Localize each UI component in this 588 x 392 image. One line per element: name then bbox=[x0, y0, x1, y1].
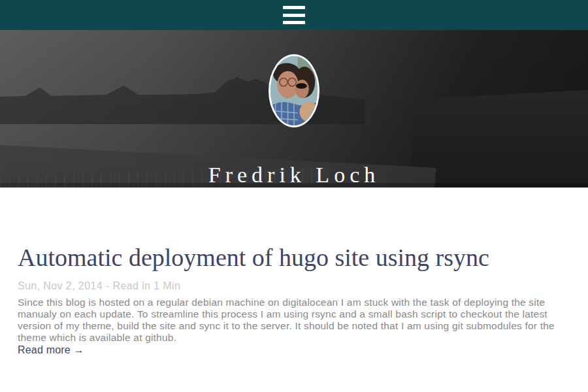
hamburger-bar bbox=[283, 21, 305, 24]
post-title: Automatic deployment of hugo site using … bbox=[18, 245, 570, 270]
post-title-link[interactable]: Automatic deployment of hugo site using … bbox=[18, 244, 489, 271]
post-excerpt: Since this blog is hosted on a regular d… bbox=[18, 297, 570, 344]
post-summary: Automatic deployment of hugo site using … bbox=[18, 245, 570, 356]
post-list: Automatic deployment of hugo site using … bbox=[0, 188, 588, 356]
site-title: Fredrik Loch bbox=[0, 163, 588, 188]
read-more-link[interactable]: Read more → bbox=[18, 344, 84, 356]
avatar[interactable] bbox=[269, 54, 319, 127]
hero-banner: Fredrik Loch bbox=[0, 30, 588, 188]
top-nav-bar bbox=[0, 0, 588, 30]
hamburger-menu-icon[interactable] bbox=[283, 6, 305, 24]
hamburger-bar bbox=[283, 14, 305, 17]
avatar-photo bbox=[270, 56, 318, 125]
post-meta: Sun, Nov 2, 2014 - Read in 1 Min bbox=[18, 280, 570, 292]
hamburger-bar bbox=[283, 6, 305, 9]
